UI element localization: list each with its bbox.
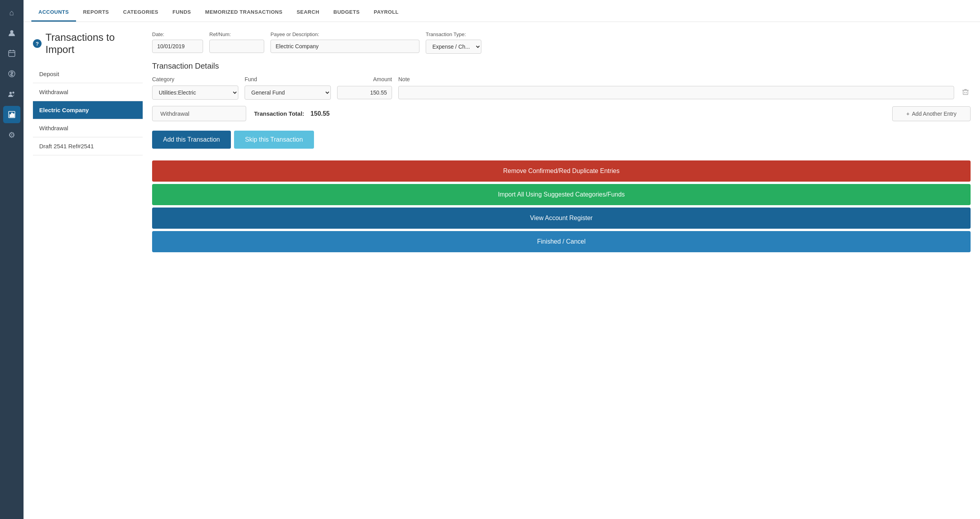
remove-duplicates-button[interactable]: Remove Confirmed/Red Duplicate Entries	[152, 160, 971, 182]
svg-rect-1	[9, 51, 15, 56]
chart-icon[interactable]	[3, 106, 20, 123]
contacts-icon[interactable]	[3, 24, 20, 42]
details-header: Category Fund Amount Note	[152, 76, 971, 82]
date-label: Date:	[152, 31, 203, 37]
import-all-button[interactable]: Import All Using Suggested Categories/Fu…	[152, 184, 971, 205]
svg-point-0	[10, 30, 13, 33]
list-item-draft[interactable]: Draft 2541 Ref#2541	[33, 137, 143, 155]
nav-funds[interactable]: FUNDS	[165, 4, 198, 22]
date-group: Date:	[152, 31, 203, 53]
home-icon[interactable]: ⌂	[3, 4, 20, 21]
left-panel: ? Transactions to Import Deposit Withdra…	[33, 31, 143, 510]
help-icon[interactable]: ?	[33, 39, 42, 48]
list-item-deposit[interactable]: Deposit	[33, 65, 143, 83]
fund-select[interactable]: General Fund Emergency Fund Savings	[245, 86, 331, 100]
delete-row-button[interactable]	[960, 87, 971, 99]
bottom-row: Withdrawal Transaction Total: 150.55 + A…	[152, 106, 971, 121]
skip-transaction-button[interactable]: Skip this Transaction	[234, 131, 314, 149]
nav-memorized-transactions[interactable]: MEMORIZED TRANSACTIONS	[198, 4, 289, 22]
nav-categories[interactable]: CATEGORIES	[116, 4, 165, 22]
people-icon[interactable]	[3, 86, 20, 103]
date-input[interactable]	[152, 40, 203, 53]
svg-point-7	[9, 92, 12, 94]
list-item-electric-company[interactable]: Electric Company	[33, 101, 143, 119]
total-amount: 150.55	[310, 110, 330, 117]
add-transaction-button[interactable]: Add this Transaction	[152, 131, 231, 149]
refnum-group: Ref/Num:	[209, 31, 264, 53]
withdrawal-badge: Withdrawal	[152, 106, 246, 121]
col-header-fund: Fund	[245, 76, 331, 82]
col-header-note: Note	[398, 76, 971, 82]
details-row-0: Utilities:Electric Groceries Rent Utilit…	[152, 86, 971, 100]
add-entry-icon: +	[906, 111, 909, 117]
add-another-entry-button[interactable]: + Add Another Entry	[892, 106, 971, 121]
col-header-amount: Amount	[337, 76, 392, 82]
transaction-list: Deposit Withdrawal Electric Company With…	[33, 65, 143, 155]
sidebar: ⌂ ⚙	[0, 0, 24, 519]
list-item-withdrawal-1[interactable]: Withdrawal	[33, 83, 143, 101]
main-content: ACCOUNTS REPORTS CATEGORIES FUNDS MEMORI…	[24, 0, 980, 519]
page-title: Transactions to Import	[45, 31, 143, 56]
transaction-details-section: Transaction Details Category Fund Amount…	[152, 62, 971, 100]
category-select[interactable]: Utilities:Electric Groceries Rent Utilit…	[152, 86, 238, 100]
dollar-icon[interactable]	[3, 65, 20, 82]
form-row-top: Date: Ref/Num: Payee or Description: Tra…	[152, 31, 971, 54]
bulk-actions: Remove Confirmed/Red Duplicate Entries I…	[152, 160, 971, 252]
nav-budgets[interactable]: BUDGETS	[327, 4, 367, 22]
section-title: Transaction Details	[152, 62, 971, 71]
amount-input[interactable]	[337, 86, 392, 99]
payee-input[interactable]	[270, 40, 419, 53]
col-header-category: Category	[152, 76, 238, 82]
refnum-input[interactable]	[209, 40, 264, 53]
transaction-type-select[interactable]: Expense / Ch... Income Transfer	[426, 40, 481, 54]
nav-accounts[interactable]: ACCOUNTS	[31, 4, 76, 22]
settings-icon[interactable]: ⚙	[3, 126, 20, 144]
transaction-type-group: Transaction Type: Expense / Ch... Income…	[426, 31, 481, 54]
list-item-withdrawal-2[interactable]: Withdrawal	[33, 119, 143, 137]
calendar-icon[interactable]	[3, 45, 20, 62]
right-panel: Date: Ref/Num: Payee or Description: Tra…	[152, 31, 971, 510]
nav-payroll[interactable]: PAYROLL	[367, 4, 406, 22]
refnum-label: Ref/Num:	[209, 31, 264, 37]
finished-cancel-button[interactable]: Finished / Cancel	[152, 231, 971, 252]
transaction-type-label: Transaction Type:	[426, 31, 481, 37]
view-register-button[interactable]: View Account Register	[152, 208, 971, 229]
svg-rect-13	[963, 90, 968, 95]
svg-point-8	[13, 92, 15, 94]
nav-search[interactable]: SEARCH	[290, 4, 327, 22]
note-input[interactable]	[398, 86, 954, 99]
payee-group: Payee or Description:	[270, 31, 419, 53]
svg-rect-10	[10, 115, 11, 117]
nav-reports[interactable]: REPORTS	[76, 4, 116, 22]
action-row: Add this Transaction Skip this Transacti…	[152, 131, 971, 149]
page-title-row: ? Transactions to Import	[33, 31, 143, 56]
svg-rect-12	[13, 114, 14, 117]
page-content: ? Transactions to Import Deposit Withdra…	[24, 22, 980, 519]
transaction-total: Transaction Total: 150.55	[254, 110, 330, 117]
svg-rect-11	[11, 113, 13, 117]
navbar: ACCOUNTS REPORTS CATEGORIES FUNDS MEMORI…	[24, 0, 980, 22]
payee-label: Payee or Description:	[270, 31, 419, 37]
